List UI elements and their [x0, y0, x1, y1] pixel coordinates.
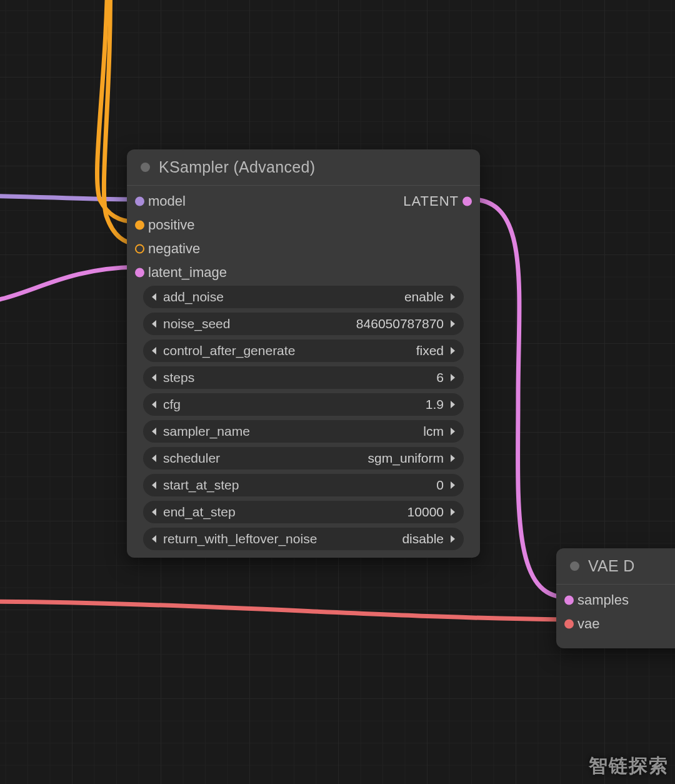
chevron-right-icon[interactable]: [448, 400, 458, 410]
node-header[interactable]: KSampler (Advanced): [127, 149, 480, 186]
input-port-latent-image[interactable]: latent_image: [127, 263, 480, 282]
input-port-negative[interactable]: negative: [127, 239, 480, 258]
widget-noise-seed[interactable]: noise_seed 846050787870: [143, 313, 464, 335]
node-vae-decode[interactable]: VAE D samples vae: [556, 548, 675, 648]
input-port-samples[interactable]: samples: [556, 591, 675, 610]
widget-return-with-leftover-noise[interactable]: return_with_leftover_noise disable: [143, 528, 464, 550]
widget-name: return_with_leftover_noise: [163, 531, 317, 546]
port-label: negative: [148, 241, 200, 257]
chevron-right-icon[interactable]: [448, 534, 458, 544]
input-port-vae[interactable]: vae: [556, 615, 675, 633]
widget-start-at-step[interactable]: start_at_step 0: [143, 474, 464, 496]
widget-name: cfg: [163, 397, 181, 412]
widget-steps[interactable]: steps 6: [143, 366, 464, 389]
chevron-left-icon[interactable]: [149, 373, 159, 383]
node-title: KSampler (Advanced): [159, 158, 315, 176]
collapse-dot-icon[interactable]: [570, 561, 579, 571]
chevron-left-icon[interactable]: [149, 400, 159, 410]
widget-value: 10000: [408, 505, 444, 520]
widget-name: scheduler: [163, 451, 220, 466]
node-ksampler-advanced[interactable]: KSampler (Advanced) model LATENT positiv…: [127, 149, 480, 558]
port-dot-icon: [462, 197, 472, 206]
widget-cfg[interactable]: cfg 1.9: [143, 393, 464, 416]
chevron-right-icon[interactable]: [448, 453, 458, 463]
widget-value: 846050787870: [356, 316, 444, 331]
widget-value: disable: [402, 531, 444, 546]
port-dot-icon: [564, 596, 574, 605]
widget-list: add_noise enable noise_seed 846050787870…: [127, 286, 480, 561]
port-dot-icon: [135, 244, 144, 254]
input-port-positive[interactable]: positive: [127, 216, 480, 234]
port-label: samples: [578, 592, 629, 608]
chevron-left-icon[interactable]: [149, 534, 159, 544]
chevron-right-icon[interactable]: [448, 426, 458, 436]
collapse-dot-icon[interactable]: [141, 163, 150, 172]
chevron-left-icon[interactable]: [149, 480, 159, 490]
port-dot-icon: [135, 197, 144, 206]
chevron-left-icon[interactable]: [149, 507, 159, 517]
chevron-right-icon[interactable]: [448, 319, 458, 329]
chevron-right-icon[interactable]: [448, 507, 458, 517]
widget-sampler-name[interactable]: sampler_name lcm: [143, 420, 464, 443]
input-port-model[interactable]: model LATENT: [127, 192, 480, 211]
chevron-right-icon[interactable]: [448, 373, 458, 383]
widget-value: enable: [404, 289, 444, 304]
widget-value: sgm_uniform: [368, 451, 444, 466]
widget-control-after-generate[interactable]: control_after_generate fixed: [143, 339, 464, 362]
chevron-left-icon[interactable]: [149, 292, 159, 302]
chevron-right-icon[interactable]: [448, 292, 458, 302]
widget-name: steps: [163, 370, 194, 385]
widget-name: end_at_step: [163, 505, 236, 520]
widget-value: 0: [436, 478, 444, 493]
widget-name: sampler_name: [163, 424, 250, 439]
watermark-text: 智链探索: [589, 753, 669, 779]
chevron-left-icon[interactable]: [149, 319, 159, 329]
node-header[interactable]: VAE D: [556, 548, 675, 585]
port-label: latent_image: [148, 264, 227, 281]
widget-name: add_noise: [163, 289, 224, 304]
widget-name: start_at_step: [163, 478, 239, 493]
port-label: vae: [578, 616, 599, 632]
node-title: VAE D: [588, 557, 635, 575]
port-label: positive: [148, 217, 195, 233]
widget-value: lcm: [423, 424, 444, 439]
output-port-latent[interactable]: LATENT: [403, 192, 480, 211]
widget-name: noise_seed: [163, 316, 230, 331]
widget-scheduler[interactable]: scheduler sgm_uniform: [143, 447, 464, 470]
widget-end-at-step[interactable]: end_at_step 10000: [143, 501, 464, 523]
widget-value: 1.9: [426, 397, 444, 412]
widget-name: control_after_generate: [163, 343, 295, 358]
chevron-right-icon[interactable]: [448, 480, 458, 490]
port-dot-icon: [564, 620, 574, 629]
port-label: LATENT: [403, 193, 459, 209]
port-label: model: [148, 193, 186, 209]
widget-add-noise[interactable]: add_noise enable: [143, 286, 464, 308]
chevron-left-icon[interactable]: [149, 426, 159, 436]
port-dot-icon: [135, 268, 144, 278]
port-dot-icon: [135, 221, 144, 230]
chevron-left-icon[interactable]: [149, 453, 159, 463]
widget-value: fixed: [416, 343, 444, 358]
chevron-left-icon[interactable]: [149, 346, 159, 356]
widget-value: 6: [436, 370, 444, 385]
chevron-right-icon[interactable]: [448, 346, 458, 356]
